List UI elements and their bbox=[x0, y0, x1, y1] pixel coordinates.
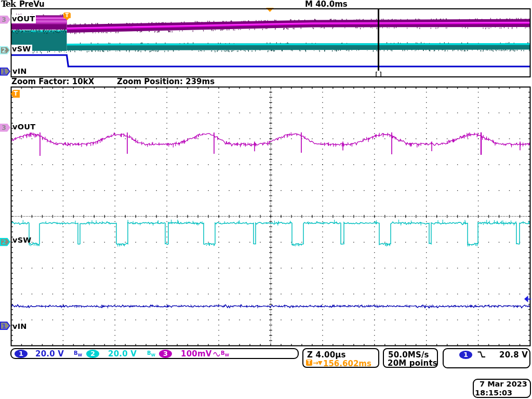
datetime-box: 7 Mar 2023 18:15:03 bbox=[473, 379, 531, 398]
date-readout: 7 Mar 2023 bbox=[480, 380, 527, 388]
time-readout: 18:15:03 bbox=[475, 389, 512, 397]
zoom-ch3-label: vOUT bbox=[12, 123, 35, 131]
zoom-ch3-number: 3 bbox=[0, 124, 8, 131]
zoom-ch1-marker[interactable]: 1 bbox=[0, 322, 10, 330]
zoom-ch1-number: 1 bbox=[0, 322, 8, 330]
acquisition-box[interactable]: 50.0MS/s 20M points bbox=[383, 348, 438, 368]
zoom-ch2-number: 2 bbox=[0, 238, 8, 246]
ch3-badge[interactable]: 3 bbox=[159, 350, 172, 358]
delay-marker-icon: ▼ bbox=[318, 360, 322, 366]
zoom-position-readout: Zoom Position: 239ms bbox=[117, 77, 215, 86]
overview-ch3-number: 3 bbox=[0, 16, 8, 23]
ch1-badge[interactable]: 1 bbox=[15, 350, 28, 358]
zoom-info-bar: Zoom Factor: 10kX Zoom Position: 239ms bbox=[11, 77, 323, 86]
zoom-ch1-label: vIN bbox=[12, 322, 27, 330]
ch3-scale-readout[interactable]: 100mV bbox=[181, 349, 212, 358]
ch1-scale-readout[interactable]: 20.0 V bbox=[35, 349, 64, 358]
overview-ch3-marker[interactable]: 3 bbox=[0, 16, 10, 24]
zoom-window-cursor[interactable] bbox=[378, 9, 379, 71]
ch2-badge[interactable]: 2 bbox=[86, 350, 99, 358]
trigger-level-readout: 20.8 V bbox=[499, 350, 528, 360]
ch2-scale-readout[interactable]: 20.0 V bbox=[108, 349, 137, 358]
zoom-scale-readout: Z 4.00µs bbox=[307, 350, 346, 360]
overview-ch2-label: vSW bbox=[11, 45, 32, 54]
overview-ch1-label: vIN bbox=[12, 67, 28, 76]
zoom-delay-readout: 156.602ms bbox=[323, 359, 371, 368]
zoom-window-bracket-icon: [] bbox=[375, 71, 383, 77]
overview-waveforms bbox=[11, 14, 530, 66]
zoom-timebase-box[interactable]: Z 4.00µs T → ▼ 156.602ms bbox=[302, 348, 379, 368]
overview-ch1-number: 1 bbox=[0, 68, 8, 75]
overview-ch3-label: vOUT bbox=[11, 15, 36, 23]
overview-trigger-flag-icon: T bbox=[63, 12, 71, 18]
trigger-level-arrow-icon[interactable] bbox=[524, 296, 531, 302]
waveform-display bbox=[0, 0, 532, 399]
ch3-ac-coupling-icon bbox=[213, 352, 220, 357]
ch1-bandwidth-icon: BW bbox=[74, 350, 82, 357]
trigger-source-badge: 1 bbox=[459, 351, 472, 359]
zoom-ch2-marker[interactable]: 2 bbox=[0, 238, 10, 246]
overview-ch1-marker[interactable]: 1 bbox=[0, 68, 10, 76]
zoom-factor-readout: Zoom Factor: 10kX bbox=[11, 77, 94, 86]
oscilloscope-screen: { "header": { "logo": "Tek", "acq_status… bbox=[0, 0, 532, 399]
ch2-bandwidth-icon: BW bbox=[147, 350, 155, 357]
delay-trigger-icon: T bbox=[306, 360, 312, 366]
overview-vout-waveform bbox=[11, 14, 530, 34]
zoom-ch3-marker[interactable]: 3 bbox=[0, 124, 10, 132]
overview-ch2-number: 2 bbox=[0, 46, 8, 54]
zoom-ch2-label: vSW bbox=[12, 236, 32, 244]
overview-vin-waveform bbox=[11, 55, 530, 66]
trigger-readout-box[interactable]: 1 20.8 V bbox=[443, 348, 530, 368]
channel-readout-bar: 1 20.0 V BW 2 20.0 V BW 3 100mV BW bbox=[10, 348, 299, 359]
trigger-slope-falling-icon bbox=[477, 351, 486, 358]
overview-vsw-waveform bbox=[11, 29, 530, 54]
overview-ch2-marker[interactable]: 2 bbox=[0, 46, 10, 55]
ch3-bandwidth-icon: BW bbox=[221, 350, 229, 357]
record-length-readout: 20M points bbox=[388, 358, 437, 368]
